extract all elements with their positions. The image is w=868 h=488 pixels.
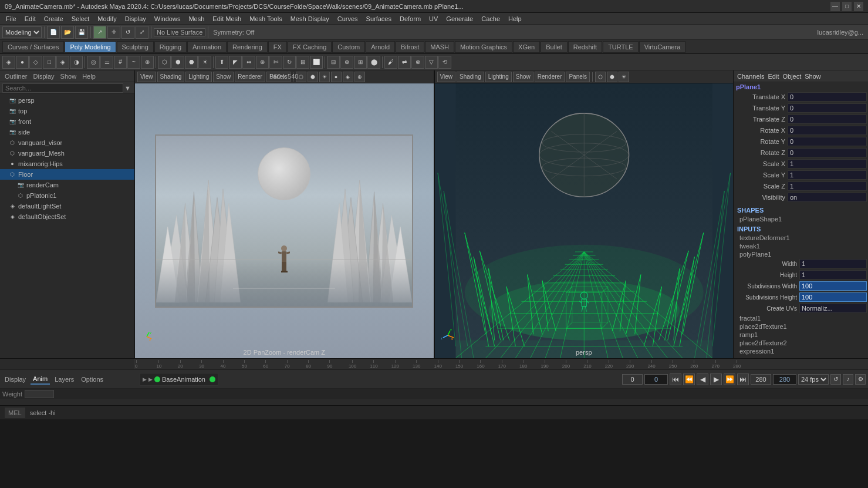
tab-custom[interactable]: Custom	[332, 41, 365, 53]
transfer-icon[interactable]: ⇄	[398, 56, 411, 69]
vertex-mode-icon[interactable]: ●	[16, 56, 29, 69]
reduce-icon[interactable]: ▽	[425, 56, 438, 69]
smooth-icon[interactable]: ⬤	[367, 56, 380, 69]
lights-icon[interactable]: ☀	[198, 56, 211, 69]
vp-right-tool3[interactable]: ☀	[619, 72, 629, 82]
vp-right-show-menu[interactable]: Show	[513, 72, 533, 82]
mirror-icon[interactable]: ⊟	[327, 56, 340, 69]
vp-left-tool3[interactable]: ☀	[319, 72, 330, 82]
anim-expand2-icon[interactable]: ▶	[148, 376, 153, 382]
tree-item-defaultObjectSet[interactable]: ◈defaultObjectSet	[0, 211, 134, 222]
channel-value[interactable]: 1	[788, 159, 867, 169]
channel-value[interactable]: 0	[788, 92, 867, 102]
channels-menu[interactable]: Channels	[737, 73, 764, 80]
channel-value[interactable]: 1	[788, 170, 867, 180]
vp-left-lighting-menu[interactable]: Lighting	[185, 72, 212, 82]
select-tool-icon[interactable]: ↗	[93, 26, 106, 39]
paint-icon[interactable]: 🖌	[384, 56, 397, 69]
vp-left-tool2[interactable]: ⬢	[308, 72, 318, 82]
polyplane-value[interactable]: Normaliz...	[799, 304, 867, 313]
vp-left-tool6[interactable]: ⊕	[354, 72, 365, 82]
vp-right-lighting-menu[interactable]: Lighting	[485, 72, 512, 82]
input-item-2[interactable]: polyPlane1	[735, 250, 867, 258]
menu-item-file[interactable]: File	[2, 14, 20, 23]
extra-item[interactable]: place2dTexture1	[735, 322, 867, 331]
end-frame-field[interactable]	[751, 374, 771, 385]
new-scene-icon[interactable]: 📄	[47, 26, 60, 39]
tab-animation[interactable]: Animation	[187, 41, 227, 53]
shaded-icon[interactable]: ⬢	[171, 56, 184, 69]
tree-item-top[interactable]: 📷top	[0, 106, 134, 116]
step-back-button[interactable]: ⏪	[683, 373, 695, 385]
menu-item-modify[interactable]: Modify	[94, 14, 120, 23]
polyplane-value[interactable]: 100	[799, 292, 867, 302]
menu-item-deform[interactable]: Deform	[396, 14, 424, 23]
vp-left-renderer-menu[interactable]: Renderer	[235, 72, 265, 82]
vp-right-panels-menu[interactable]: Panels	[566, 72, 590, 82]
play-forward-button[interactable]: ▶	[710, 373, 722, 385]
rotate-tool-icon[interactable]: ↺	[121, 26, 134, 39]
object-menu[interactable]: Object	[782, 73, 801, 80]
shapes-item[interactable]: pPlaneShape1	[735, 215, 867, 223]
settings-button[interactable]: ⚙	[855, 374, 866, 385]
current-frame-field[interactable]	[644, 374, 668, 385]
tree-item-side[interactable]: 📷side	[0, 127, 134, 137]
vp-left-tool4[interactable]: ●	[331, 72, 342, 82]
left-viewport-canvas[interactable]	[135, 83, 434, 358]
uv-mode-icon[interactable]: ◈	[56, 56, 69, 69]
menu-item-help[interactable]: Help	[505, 14, 525, 23]
boolean-icon[interactable]: ⊕	[340, 56, 353, 69]
snap-point-icon[interactable]: ⊕	[141, 56, 154, 69]
search-dropdown-icon[interactable]: ▼	[123, 85, 132, 92]
go-start-button[interactable]: ⏮	[670, 373, 681, 385]
combine-icon[interactable]: ⊞	[354, 56, 367, 69]
weight-value-field[interactable]	[25, 390, 54, 398]
tab-arnold[interactable]: Arnold	[366, 41, 395, 53]
menu-item-display[interactable]: Display	[121, 14, 150, 23]
tab-curves-surfaces[interactable]: Curves / Surfaces	[2, 41, 64, 53]
timeline-ruler[interactable]: 0102030405060708090100110120130140150160…	[0, 359, 868, 369]
cut-icon[interactable]: ✄	[269, 56, 282, 69]
move-tool-icon[interactable]: ✛	[107, 26, 120, 39]
tab-bullet[interactable]: Bullet	[541, 41, 568, 53]
snap-grid-icon[interactable]: #	[114, 56, 127, 69]
extra-item[interactable]: fractal1	[735, 314, 867, 322]
menu-item-generate[interactable]: Generate	[443, 14, 477, 23]
outliner-show-menu[interactable]: Show	[60, 73, 77, 80]
tree-item-renderCam[interactable]: 📷renderCam	[0, 180, 134, 190]
menu-item-uv[interactable]: UV	[425, 14, 441, 23]
loop-mode-button[interactable]: ↺	[830, 374, 841, 385]
texture-icon[interactable]: ⬣	[185, 56, 198, 69]
tree-item-mixamorig_hips[interactable]: ●mixamorig:Hips	[0, 159, 134, 169]
show-menu[interactable]: Show	[805, 73, 821, 80]
edit-menu[interactable]: Edit	[768, 73, 779, 80]
anim-expand-icon[interactable]: ▶	[143, 376, 147, 382]
menu-item-cache[interactable]: Cache	[478, 14, 504, 23]
anim-active-indicator[interactable]	[210, 376, 215, 382]
tab-xgen[interactable]: XGen	[513, 41, 540, 53]
vp-right-renderer-menu[interactable]: Renderer	[535, 72, 565, 82]
extra-item[interactable]: expression1	[735, 347, 867, 355]
anim-layers-tab[interactable]: Layers	[52, 375, 76, 384]
outliner-help-menu[interactable]: Help	[82, 73, 96, 80]
fill-hole-icon[interactable]: ⬜	[310, 56, 323, 69]
tab-redshift[interactable]: Redshift	[568, 41, 602, 53]
input-item-0[interactable]: textureDeformer1	[735, 234, 867, 242]
menu-item-edit[interactable]: Edit	[21, 14, 39, 23]
vp-left-tool5[interactable]: ◈	[343, 72, 353, 82]
extrude-icon[interactable]: ⬆	[215, 56, 228, 69]
menu-item-select[interactable]: Select	[68, 14, 93, 23]
insert-loop-icon[interactable]: ⊞	[296, 56, 309, 69]
extra-item[interactable]: ramp1	[735, 331, 867, 339]
playback-end-field[interactable]	[773, 374, 796, 385]
channel-value[interactable]: 0	[788, 115, 867, 124]
vp-left-show-menu[interactable]: Show	[213, 72, 234, 82]
menu-item-curves[interactable]: Curves	[334, 14, 362, 23]
start-frame-field[interactable]	[622, 374, 643, 385]
snap-curve-icon[interactable]: ~	[127, 56, 140, 69]
outliner-search-input[interactable]	[2, 83, 123, 93]
step-forward-button[interactable]: ⏩	[724, 373, 735, 385]
outliner-display-menu[interactable]: Display	[33, 73, 55, 80]
mode-selector[interactable]: Modeling	[2, 26, 42, 38]
channel-value[interactable]: 0	[788, 148, 867, 157]
